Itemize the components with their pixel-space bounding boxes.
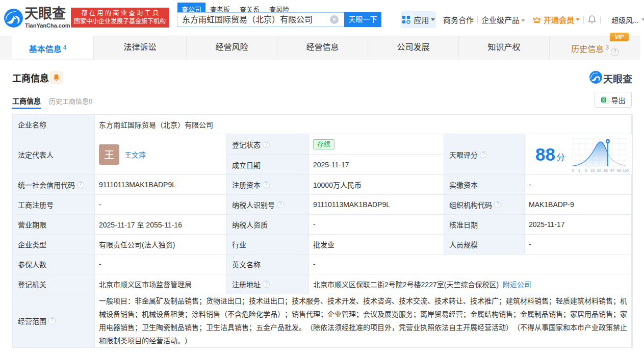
svg-text:100: 100: [623, 169, 629, 172]
svg-text:85: 85: [604, 169, 608, 172]
svg-text:3: 3: [585, 169, 587, 172]
svg-text:0: 0: [572, 169, 574, 172]
svg-text:50: 50: [597, 169, 601, 172]
svg-text:99: 99: [617, 169, 621, 172]
svg-text:15: 15: [590, 169, 595, 172]
svg-text:97: 97: [610, 169, 614, 172]
svg-text:1: 1: [578, 169, 580, 172]
